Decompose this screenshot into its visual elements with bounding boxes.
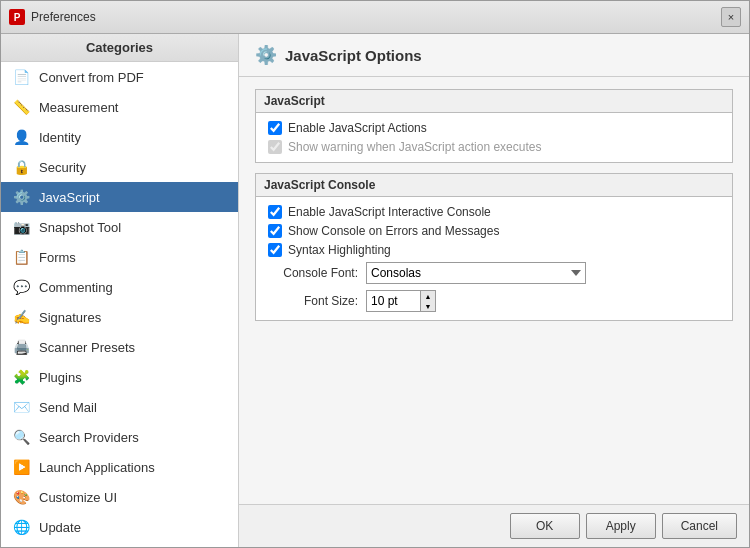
- checkbox-row-syntax-highlighting: Syntax Highlighting: [268, 243, 720, 257]
- checkbox-row-show-console-errors: Show Console on Errors and Messages: [268, 224, 720, 238]
- sidebar-item-label-send-mail: Send Mail: [39, 400, 97, 415]
- send-mail-icon: ✉️: [11, 397, 31, 417]
- sidebar-item-update[interactable]: 🌐Update: [1, 512, 238, 542]
- checkbox-show-console-errors[interactable]: [268, 224, 282, 238]
- sidebar-item-search-providers[interactable]: 🔍Search Providers: [1, 422, 238, 452]
- sidebar: Categories 📄Convert from PDF📏Measurement…: [1, 34, 239, 547]
- cancel-button[interactable]: Cancel: [662, 513, 737, 539]
- title-bar-left: P Preferences: [9, 9, 96, 25]
- javascript-icon: ⚙️: [11, 187, 31, 207]
- commenting-icon: 💬: [11, 277, 31, 297]
- apply-button[interactable]: Apply: [586, 513, 656, 539]
- sidebar-item-plugins[interactable]: 🧩Plugins: [1, 362, 238, 392]
- spinbox-font-size: ▲▼: [366, 290, 436, 312]
- section-javascript-console: JavaScript ConsoleEnable JavaScript Inte…: [255, 173, 733, 321]
- sidebar-item-convert-from-pdf[interactable]: 📄Convert from PDF: [1, 62, 238, 92]
- sidebar-item-label-convert-from-pdf: Convert from PDF: [39, 70, 144, 85]
- form-row-font-size: Font Size:▲▼: [268, 290, 720, 312]
- sidebar-item-send-mail[interactable]: ✉️Send Mail: [1, 392, 238, 422]
- signatures-icon: ✍️: [11, 307, 31, 327]
- checkbox-enable-js-console[interactable]: [268, 205, 282, 219]
- sidebar-item-label-snapshot-tool: Snapshot Tool: [39, 220, 121, 235]
- checkbox-label-show-warning: Show warning when JavaScript action exec…: [288, 140, 541, 154]
- scanner-presets-icon: 🖨️: [11, 337, 31, 357]
- section-body-javascript: Enable JavaScript ActionsShow warning wh…: [256, 113, 732, 162]
- app-icon: P: [9, 9, 25, 25]
- sidebar-item-label-commenting: Commenting: [39, 280, 113, 295]
- sidebar-item-label-update: Update: [39, 520, 81, 535]
- sidebar-item-label-security: Security: [39, 160, 86, 175]
- sidebar-item-commenting[interactable]: 💬Commenting: [1, 272, 238, 302]
- sidebar-item-snapshot-tool[interactable]: 📷Snapshot Tool: [1, 212, 238, 242]
- spinbox-input-font-size[interactable]: [366, 290, 421, 312]
- sidebar-item-identity[interactable]: 👤Identity: [1, 122, 238, 152]
- sidebar-item-forms[interactable]: 📋Forms: [1, 242, 238, 272]
- section-title-javascript-console: JavaScript Console: [256, 174, 732, 197]
- launch-applications-icon: ▶️: [11, 457, 31, 477]
- search-providers-icon: 🔍: [11, 427, 31, 447]
- main-content-area: Categories 📄Convert from PDF📏Measurement…: [1, 34, 749, 547]
- section-javascript: JavaScriptEnable JavaScript ActionsShow …: [255, 89, 733, 163]
- main-content: JavaScriptEnable JavaScript ActionsShow …: [239, 77, 749, 504]
- measurement-icon: 📏: [11, 97, 31, 117]
- bottom-bar: OK Apply Cancel: [239, 504, 749, 547]
- identity-icon: 👤: [11, 127, 31, 147]
- checkbox-enable-js-actions[interactable]: [268, 121, 282, 135]
- customize-ui-icon: 🎨: [11, 487, 31, 507]
- sidebar-item-label-search-providers: Search Providers: [39, 430, 139, 445]
- sidebar-item-scanner-presets[interactable]: 🖨️Scanner Presets: [1, 332, 238, 362]
- forms-icon: 📋: [11, 247, 31, 267]
- main-header-title: JavaScript Options: [285, 47, 422, 64]
- sidebar-list: 📄Convert from PDF📏Measurement👤Identity🔒S…: [1, 62, 238, 547]
- window-title: Preferences: [31, 10, 96, 24]
- form-row-console-font: Console Font:ConsolasCourier NewLucida C…: [268, 262, 720, 284]
- sidebar-item-security[interactable]: 🔒Security: [1, 152, 238, 182]
- sidebar-item-label-signatures: Signatures: [39, 310, 101, 325]
- snapshot-tool-icon: 📷: [11, 217, 31, 237]
- sidebar-item-label-scanner-presets: Scanner Presets: [39, 340, 135, 355]
- sidebar-item-label-javascript: JavaScript: [39, 190, 100, 205]
- sidebar-item-label-customize-ui: Customize UI: [39, 490, 117, 505]
- sidebar-item-label-measurement: Measurement: [39, 100, 118, 115]
- checkbox-label-enable-js-console: Enable JavaScript Interactive Console: [288, 205, 491, 219]
- title-bar: P Preferences ×: [1, 1, 749, 34]
- spinbox-down-font-size[interactable]: ▼: [421, 301, 435, 311]
- sidebar-item-label-identity: Identity: [39, 130, 81, 145]
- main-header-icon: ⚙️: [255, 44, 277, 66]
- spinbox-buttons-font-size: ▲▼: [421, 290, 436, 312]
- checkbox-row-enable-js-actions: Enable JavaScript Actions: [268, 121, 720, 135]
- section-body-javascript-console: Enable JavaScript Interactive ConsoleSho…: [256, 197, 732, 320]
- preferences-dialog: P Preferences × Categories 📄Convert from…: [0, 0, 750, 548]
- checkbox-syntax-highlighting[interactable]: [268, 243, 282, 257]
- form-label-font-size: Font Size:: [268, 294, 358, 308]
- sidebar-item-javascript[interactable]: ⚙️JavaScript: [1, 182, 238, 212]
- security-icon: 🔒: [11, 157, 31, 177]
- checkbox-label-show-console-errors: Show Console on Errors and Messages: [288, 224, 499, 238]
- sidebar-item-label-forms: Forms: [39, 250, 76, 265]
- sidebar-item-signatures[interactable]: ✍️Signatures: [1, 302, 238, 332]
- plugins-icon: 🧩: [11, 367, 31, 387]
- sidebar-item-label-plugins: Plugins: [39, 370, 82, 385]
- main-header: ⚙️ JavaScript Options: [239, 34, 749, 77]
- section-title-javascript: JavaScript: [256, 90, 732, 113]
- checkbox-show-warning: [268, 140, 282, 154]
- form-label-console-font: Console Font:: [268, 266, 358, 280]
- checkbox-row-enable-js-console: Enable JavaScript Interactive Console: [268, 205, 720, 219]
- convert-from-pdf-icon: 📄: [11, 67, 31, 87]
- sidebar-header: Categories: [1, 34, 238, 62]
- ok-button[interactable]: OK: [510, 513, 580, 539]
- checkbox-row-show-warning: Show warning when JavaScript action exec…: [268, 140, 720, 154]
- sidebar-item-label-launch-applications: Launch Applications: [39, 460, 155, 475]
- spinbox-up-font-size[interactable]: ▲: [421, 291, 435, 301]
- update-icon: 🌐: [11, 517, 31, 537]
- sidebar-item-customize-ui[interactable]: 🎨Customize UI: [1, 482, 238, 512]
- checkbox-label-enable-js-actions: Enable JavaScript Actions: [288, 121, 427, 135]
- select-console-font[interactable]: ConsolasCourier NewLucida ConsoleMonaco: [366, 262, 586, 284]
- sidebar-item-measurement[interactable]: 📏Measurement: [1, 92, 238, 122]
- checkbox-label-syntax-highlighting: Syntax Highlighting: [288, 243, 391, 257]
- main-panel: ⚙️ JavaScript Options JavaScriptEnable J…: [239, 34, 749, 547]
- close-button[interactable]: ×: [721, 7, 741, 27]
- sidebar-item-launch-applications[interactable]: ▶️Launch Applications: [1, 452, 238, 482]
- sidebar-item-speech[interactable]: 🔊Speech: [1, 542, 238, 547]
